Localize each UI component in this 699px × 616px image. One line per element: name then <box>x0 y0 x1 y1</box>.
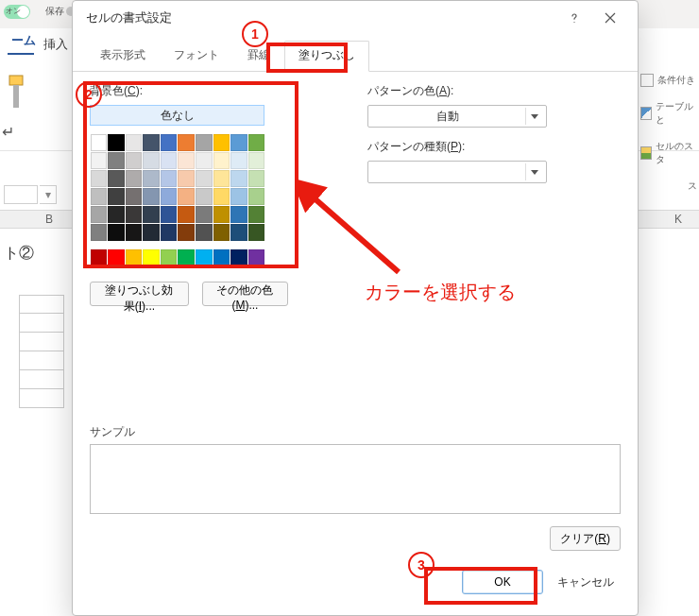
color-swatch[interactable] <box>230 170 247 187</box>
dialog-title: セルの書式設定 <box>86 9 172 26</box>
color-swatch[interactable] <box>248 224 265 241</box>
cell-text: ト② <box>4 244 34 264</box>
color-swatch[interactable] <box>178 206 195 223</box>
tab-number[interactable]: 表示形式 <box>86 41 160 72</box>
color-swatch[interactable] <box>196 249 213 266</box>
color-swatch[interactable] <box>108 224 125 241</box>
color-swatch[interactable] <box>161 152 178 169</box>
color-swatch[interactable] <box>126 188 143 205</box>
color-swatch[interactable] <box>161 224 178 241</box>
color-swatch[interactable] <box>143 188 160 205</box>
pattern-type-select[interactable] <box>367 161 547 183</box>
color-swatch[interactable] <box>230 152 247 169</box>
color-swatch[interactable] <box>143 224 160 241</box>
color-swatch[interactable] <box>196 152 213 169</box>
color-swatch[interactable] <box>178 249 195 266</box>
color-swatch[interactable] <box>91 224 108 241</box>
color-swatch[interactable] <box>213 152 230 169</box>
color-palette <box>90 133 265 266</box>
color-swatch[interactable] <box>230 134 247 151</box>
ok-button[interactable]: OK <box>462 570 543 594</box>
color-swatch[interactable] <box>230 188 247 205</box>
color-swatch[interactable] <box>248 206 265 223</box>
color-swatch[interactable] <box>196 188 213 205</box>
color-swatch[interactable] <box>213 188 230 205</box>
color-swatch[interactable] <box>161 188 178 205</box>
color-swatch[interactable] <box>161 170 178 187</box>
color-swatch[interactable] <box>126 134 143 151</box>
color-swatch[interactable] <box>248 134 265 151</box>
color-swatch[interactable] <box>178 224 195 241</box>
color-swatch[interactable] <box>91 170 108 187</box>
column-header-k: K <box>674 213 682 226</box>
color-swatch[interactable] <box>230 224 247 241</box>
color-swatch[interactable] <box>91 249 108 266</box>
color-swatch[interactable] <box>126 152 143 169</box>
color-swatch[interactable] <box>143 134 160 151</box>
pattern-color-select[interactable]: 自動 <box>367 105 547 128</box>
sample-preview <box>90 444 621 514</box>
color-swatch[interactable] <box>196 206 213 223</box>
color-swatch[interactable] <box>91 134 108 151</box>
pattern-color-label: パターンの色(A): <box>367 83 621 99</box>
fill-effects-button[interactable]: 塗りつぶし効果(I)... <box>90 282 189 306</box>
color-swatch[interactable] <box>161 134 178 151</box>
color-swatch[interactable] <box>196 134 213 151</box>
ribbon-tab-insert: 挿入 <box>43 36 68 53</box>
color-swatch[interactable] <box>213 249 230 266</box>
color-swatch[interactable] <box>91 188 108 205</box>
color-swatch[interactable] <box>161 249 178 266</box>
color-swatch[interactable] <box>248 188 265 205</box>
color-swatch[interactable] <box>143 249 160 266</box>
clear-button[interactable]: クリア(R) <box>550 526 621 551</box>
color-swatch[interactable] <box>143 152 160 169</box>
background-color-label: 背景色(C): <box>90 83 288 99</box>
color-swatch[interactable] <box>161 206 178 223</box>
color-swatch[interactable] <box>108 206 125 223</box>
color-swatch[interactable] <box>91 152 108 169</box>
tab-font[interactable]: フォント <box>160 41 233 72</box>
color-swatch[interactable] <box>213 224 230 241</box>
color-swatch[interactable] <box>213 170 230 187</box>
close-button[interactable] <box>592 4 628 32</box>
color-swatch[interactable] <box>126 206 143 223</box>
color-swatch[interactable] <box>196 224 213 241</box>
color-swatch[interactable] <box>108 134 125 151</box>
color-swatch[interactable] <box>178 170 195 187</box>
tab-fill[interactable]: 塗りつぶし <box>284 41 369 72</box>
color-swatch[interactable] <box>178 152 195 169</box>
color-swatch[interactable] <box>91 206 108 223</box>
more-colors-button[interactable]: その他の色(M)... <box>202 282 288 306</box>
color-swatch[interactable] <box>143 206 160 223</box>
ribbon-tab-home: ーム <box>0 32 36 49</box>
color-swatch[interactable] <box>230 249 247 266</box>
color-swatch[interactable] <box>178 188 195 205</box>
autosave-label: オン <box>6 6 21 16</box>
color-swatch[interactable] <box>213 206 230 223</box>
no-color-button[interactable]: 色なし <box>90 105 264 126</box>
arrow-icon: ↵ <box>2 123 14 141</box>
help-button[interactable] <box>556 4 592 32</box>
color-swatch[interactable] <box>230 206 247 223</box>
right-item-conditional: 条件付き <box>640 74 697 87</box>
color-swatch[interactable] <box>248 170 265 187</box>
color-swatch[interactable] <box>178 134 195 151</box>
color-swatch[interactable] <box>248 249 265 266</box>
color-swatch[interactable] <box>213 134 230 151</box>
color-swatch[interactable] <box>108 188 125 205</box>
color-swatch[interactable] <box>196 170 213 187</box>
color-swatch[interactable] <box>126 170 143 187</box>
color-swatch[interactable] <box>248 152 265 169</box>
color-swatch[interactable] <box>126 249 143 266</box>
color-swatch[interactable] <box>108 152 125 169</box>
color-swatch[interactable] <box>108 249 125 266</box>
name-box-chevron: ▾ <box>40 185 57 204</box>
sample-label: サンプル <box>90 424 621 440</box>
right-item-fragment: ス <box>640 180 697 193</box>
color-swatch[interactable] <box>143 170 160 187</box>
color-swatch[interactable] <box>108 170 125 187</box>
tab-border[interactable]: 罫線 <box>233 41 284 72</box>
cancel-button[interactable]: キャンセル <box>551 570 621 594</box>
format-cells-dialog: セルの書式設定 表示形式 フォント 罫線 塗りつぶし 背景色(C): 色なし <box>72 0 639 616</box>
color-swatch[interactable] <box>126 224 143 241</box>
